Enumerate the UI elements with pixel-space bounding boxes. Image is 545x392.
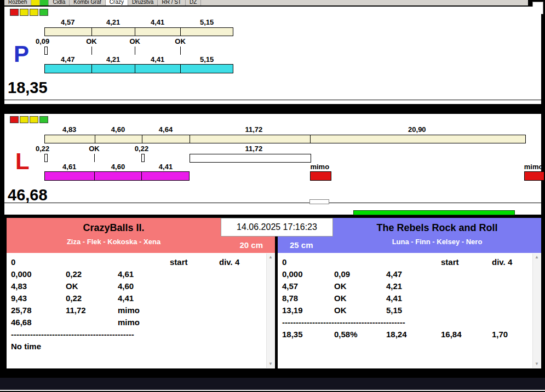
total-time: 18,35 — [282, 328, 334, 341]
separator-line — [4, 100, 541, 100]
dog-time-label: 4,47 — [61, 55, 74, 64]
segment-time-label: 4,60 — [111, 125, 125, 134]
team-left-members: Ziza - Flek - Kokoska - Xena — [7, 238, 275, 246]
cell: 0,22 — [66, 292, 118, 304]
bottom-edge-line — [0, 390, 545, 391]
result-row: No time — [7, 341, 275, 353]
tab-cidla[interactable]: Cidla — [49, 0, 70, 5]
lane-l-total-time: 46,68 — [8, 186, 48, 204]
cell: OK — [334, 304, 386, 316]
table-row: 9,43 0,22 4,41 — [7, 292, 275, 304]
cell — [334, 256, 386, 268]
tab-kombi-graf[interactable]: Kombi Graf — [70, 0, 106, 5]
tab-bar: Rozbeh Cidla Kombi Graf Crazy Druzstva R… — [4, 0, 528, 5]
segment-time-label: 4,64 — [159, 125, 173, 134]
team-left-jump-height: 20 cm — [239, 240, 263, 250]
total-pct: 0,58% — [334, 328, 386, 341]
cell: 4,41 — [386, 292, 441, 304]
change-marker-box — [141, 154, 145, 162]
cell: 46,68 — [11, 316, 66, 328]
cell: mimo — [118, 304, 170, 316]
lane-l-status-lights — [10, 116, 48, 123]
total-alt: 18,24 — [386, 328, 441, 341]
cell: 13,19 — [282, 304, 334, 316]
segment-time-label: 4,21 — [106, 18, 120, 26]
light-yellow2-icon — [30, 9, 38, 16]
tick-mark — [310, 135, 311, 143]
start-col-label: start — [441, 256, 492, 268]
cell — [66, 256, 118, 268]
team-left-table: 0 start div. 4 0,000 0,22 4,61 4,83 OK 4… — [7, 253, 275, 368]
cell — [441, 304, 492, 316]
cell — [441, 292, 492, 304]
scroll-down-icon[interactable]: ▼ — [267, 360, 274, 368]
change-marker — [91, 47, 92, 55]
scroll-up-icon[interactable]: ▲ — [267, 253, 274, 261]
table-separator: ----------------------------------------… — [278, 316, 541, 328]
cell — [66, 316, 118, 328]
dog-time-label: 4,41 — [151, 55, 164, 64]
cell — [170, 316, 219, 328]
team-right-members: Luna - Finn - Kelsey - Nero — [278, 238, 541, 246]
cell: 4,83 — [11, 280, 66, 292]
table-row: 0,000 0,22 4,61 — [7, 268, 275, 280]
tick-mark — [135, 28, 135, 36]
pass-status-label: OK — [130, 37, 141, 45]
cell: 4,41 — [118, 292, 170, 304]
cell: 25,78 — [11, 304, 66, 316]
progress-bar — [353, 210, 515, 215]
table-row: 8,78 OK 4,41 — [278, 292, 541, 304]
lane-l-time-bar — [44, 135, 526, 143]
tick-mark — [190, 135, 190, 143]
lane-l-panel: L 4,83 4,60 4,64 11,72 20,90 0,22 OK 0,2… — [4, 114, 541, 215]
lane-l-graph: 4,83 4,60 4,64 11,72 20,90 0,22 OK 0,22 … — [44, 114, 526, 185]
table-row: 4,83 OK 4,60 — [7, 280, 275, 292]
scrollbar[interactable]: ▲ ▼ — [532, 253, 541, 368]
light-red-icon — [10, 9, 19, 16]
start-marker — [44, 47, 48, 55]
change-marker — [180, 47, 181, 55]
table-separator: ----------------------------------------… — [7, 328, 275, 341]
run-counter: 0 — [11, 256, 66, 268]
tick-mark — [95, 135, 95, 143]
cell — [170, 268, 219, 280]
tab-crazy[interactable]: Crazy — [106, 0, 128, 5]
tick-mark — [135, 65, 135, 73]
segment-time-label: 4,41 — [151, 18, 164, 26]
scrollbar[interactable]: ▲ ▼ — [266, 253, 274, 368]
tick-mark — [142, 135, 142, 143]
cell: 11,72 — [66, 304, 118, 316]
tick-mark — [180, 65, 181, 73]
cell — [118, 256, 170, 268]
total-best: 16,84 — [441, 328, 492, 341]
datetime-display: 14.06.2025 17:16:23 — [221, 218, 333, 237]
tab-dz[interactable]: DZ — [186, 0, 201, 5]
scroll-down-icon[interactable]: ▼ — [533, 360, 541, 368]
tab-indicator-yellow-icon — [31, 0, 40, 5]
fault-marker — [524, 171, 544, 181]
cell: 0,000 — [282, 268, 334, 280]
cell: OK — [334, 292, 386, 304]
dog-time-label: 4,41 — [159, 163, 173, 171]
tick-mark — [94, 172, 95, 180]
light-yellow-icon — [20, 9, 28, 16]
mini-marker-box — [309, 199, 329, 204]
scroll-up-icon[interactable]: ▲ — [533, 253, 541, 261]
fault-marker — [310, 171, 331, 181]
tick-mark — [141, 172, 142, 180]
cell — [170, 292, 219, 304]
segment-time-label: 5,15 — [200, 18, 214, 26]
cell — [441, 280, 492, 292]
lane-p-status-lights — [10, 9, 48, 16]
lane-p-letter: P — [14, 43, 29, 66]
dog-time-label: 4,21 — [106, 55, 120, 64]
light-red-icon — [10, 116, 19, 123]
table-row: 4,57 OK 4,21 — [278, 280, 541, 292]
tab-rozbeh[interactable]: Rozbeh — [4, 0, 31, 5]
cell — [170, 304, 219, 316]
run-counter: 0 — [282, 256, 334, 268]
tab-rr-st[interactable]: RR / ST — [158, 0, 186, 5]
tab-druzstva[interactable]: Druzstva — [128, 0, 158, 5]
cell — [170, 280, 219, 292]
cell: mimo — [118, 316, 170, 328]
